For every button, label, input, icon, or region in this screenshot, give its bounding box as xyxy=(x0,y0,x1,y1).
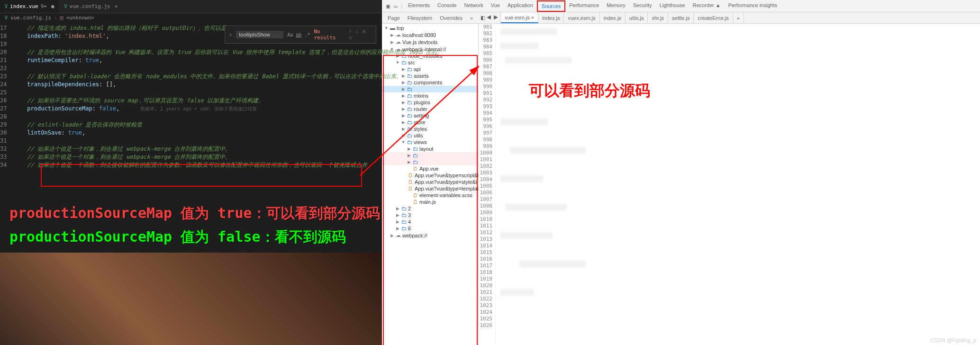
inspect-icon[interactable]: ▣ xyxy=(385,3,391,9)
breadcrumb-symbol[interactable]: <unknown> xyxy=(66,15,94,21)
source-file-tab[interactable]: vuex.esm.js xyxy=(564,12,599,23)
source-file-tab[interactable]: vue.esm.js × xyxy=(501,12,538,23)
search-options[interactable]: Aa ab .* xyxy=(287,32,310,37)
source-file-tabs: ◧ ⯇ ⯈ vue.esm.js ×index.jsvuex.esm.jsind… xyxy=(479,12,980,24)
tree-item[interactable]: ▶🗀assets xyxy=(382,73,478,79)
line-gutter: 171819202122232425262728293031323334 xyxy=(0,24,13,169)
search-result-count: No results xyxy=(314,28,345,41)
breadcrumb-file[interactable]: vue.config.js xyxy=(10,15,51,21)
devtools-tab-elements[interactable]: Elements xyxy=(404,0,434,12)
device-icon[interactable]: ▭ xyxy=(392,3,399,9)
devtools-tab-lighthouse[interactable]: Lighthouse xyxy=(656,0,689,12)
tree-item[interactable]: ▼☁webpack-internal:// xyxy=(382,45,478,53)
cube-icon: ◫ xyxy=(60,15,64,21)
tree-item[interactable]: ▶🗀4 xyxy=(382,218,478,225)
tree-item[interactable]: 🗋App.vue?vue&type=style&index=0& xyxy=(382,179,478,185)
source-file-tab[interactable]: index.js xyxy=(538,12,564,23)
search-input[interactable] xyxy=(236,31,283,38)
tree-item[interactable]: ▶🗀node_modules xyxy=(382,53,478,59)
tree-item[interactable]: ▶🗀components xyxy=(382,79,478,86)
tree-item[interactable]: ▶🗀api xyxy=(382,66,478,73)
tree-item[interactable]: ▶🗀3 xyxy=(382,212,478,218)
tree-item[interactable]: 🗋element-variables.scss xyxy=(382,192,478,199)
source-viewer[interactable]: 9819829839849859869879889899909919929939… xyxy=(479,24,980,345)
code-editor[interactable]: 171819202122232425262728293031323334 // … xyxy=(0,22,382,169)
devtools-panel: ▣ ▭ | ElementsConsoleNetworkVueApplicati… xyxy=(382,0,980,345)
tree-item[interactable]: ▶🗀layout xyxy=(382,145,478,152)
devtools-tab-application[interactable]: Application xyxy=(504,0,537,12)
tree-item[interactable]: ▶☁webpack:// xyxy=(382,232,478,239)
tree-item[interactable]: 🗋App.vue xyxy=(382,165,478,172)
devtools-tab-console[interactable]: Console xyxy=(434,0,460,12)
tree-item[interactable]: ▼🗀views xyxy=(382,139,478,145)
source-file-tab[interactable]: index.js xyxy=(600,12,626,23)
source-content: 可以看到部分源码 xyxy=(496,24,980,345)
code-content[interactable]: // 指定生成的 index.html 的输出路径（相对于 outputDir）… xyxy=(13,24,443,169)
tree-item[interactable]: ▶🗀setting xyxy=(382,112,478,119)
tree-item[interactable]: ▶🗀plugins xyxy=(382,99,478,106)
devtools-tab-recorder ▲[interactable]: Recorder ▲ xyxy=(689,0,724,12)
tree-item[interactable]: ▶🗀styles xyxy=(382,126,478,132)
tree-item[interactable]: ▼🗀src xyxy=(382,59,478,66)
source-file-tab[interactable]: createError.js xyxy=(694,12,733,23)
editor-tab[interactable]: Vvue.config.js× xyxy=(60,0,123,13)
tree-item[interactable]: ▶🗀 xyxy=(382,86,478,92)
editor-tab[interactable]: Vindex.vue9+● xyxy=(0,0,60,13)
devtools-tab-network[interactable]: Network xyxy=(460,0,487,12)
source-file-tab[interactable]: utils.js xyxy=(626,12,648,23)
editor-tabs: Vindex.vue9+●Vvue.config.js× xyxy=(0,0,382,13)
tree-item[interactable]: ▶🗀2 xyxy=(382,205,478,212)
breadcrumb: V vue.config.js › ◫ <unknown> xyxy=(0,13,382,22)
sources-subtabs: PageFilesystemOverrides» xyxy=(382,12,479,24)
devtools-tab-security[interactable]: Security xyxy=(629,0,656,12)
vue-icon: V xyxy=(5,15,8,20)
tree-item[interactable]: 🗋App.vue?vue&type=template&id=7b xyxy=(382,185,478,192)
devtools-tab-performance insights[interactable]: Performance insights xyxy=(725,0,781,12)
annotation-false: productionSourceMap 值为 false：看不到源码 xyxy=(9,227,346,247)
find-widget[interactable]: › Aa ab .* No results ↑ ↓ ≡ × xyxy=(225,26,376,44)
tree-item[interactable]: ▶☁localhost:8080 xyxy=(382,31,478,38)
source-line-numbers: 9819829839849859869879889899909919929939… xyxy=(479,24,496,345)
devtools-tab-memory[interactable]: Memory xyxy=(603,0,629,12)
annotation-source-visible: 可以看到部分源码 xyxy=(529,81,650,101)
sources-subtab[interactable]: » xyxy=(467,14,476,22)
watermark: CSDN @Fighting_p xyxy=(930,337,976,343)
tree-item[interactable]: 🗋App.vue?vue&type=script&lang=js& xyxy=(382,172,478,179)
tree-item[interactable]: ▶🗀store xyxy=(382,119,478,126)
chevron-icon: › xyxy=(54,15,57,21)
file-tree[interactable]: ▼▬top▶☁localhost:8080▶☁Vue.js devtools▼☁… xyxy=(382,24,479,345)
devtools-tab-vue[interactable]: Vue xyxy=(487,0,504,12)
tree-item[interactable]: ▶🗀6 xyxy=(382,225,478,232)
tree-item[interactable]: ▶🗀mixins xyxy=(382,92,478,99)
tree-item[interactable]: ▶🗀utils xyxy=(382,132,478,139)
tree-item[interactable]: ▼▬top xyxy=(382,25,478,31)
editor-panel: Vindex.vue9+●Vvue.config.js× V vue.confi… xyxy=(0,0,382,345)
background-image xyxy=(0,253,382,345)
chevron-right-icon[interactable]: › xyxy=(229,31,232,38)
sources-subtab[interactable]: Filesystem xyxy=(405,14,436,22)
tree-item[interactable]: ▶☁Vue.js devtools xyxy=(382,38,478,45)
source-file-tab[interactable]: xhr.js xyxy=(648,12,668,23)
devtools-tab-sources[interactable]: Sources xyxy=(537,0,565,12)
tree-item[interactable]: 🗋main.js xyxy=(382,199,478,205)
devtools-main-tabs: ▣ ▭ | ElementsConsoleNetworkVueApplicati… xyxy=(382,0,980,12)
tree-item[interactable]: ▶🗀 xyxy=(382,159,478,165)
source-file-tab[interactable]: » xyxy=(733,12,744,23)
tree-item[interactable]: ▶🗀router xyxy=(382,106,478,112)
devtools-tab-performance[interactable]: Performance xyxy=(565,0,603,12)
sources-subtab[interactable]: Page xyxy=(385,14,403,22)
search-nav[interactable]: ↑ ↓ ≡ × xyxy=(348,28,372,41)
sources-subtab[interactable]: Overrides xyxy=(437,14,465,22)
source-file-tab[interactable]: settle.js xyxy=(668,12,694,23)
file-tab-nav[interactable]: ◧ ⯇ ⯈ xyxy=(479,12,501,23)
annotation-true: productionSourceMap 值为 true：可以看到部分源码 xyxy=(9,204,380,223)
tree-item[interactable]: ▶🗀 xyxy=(382,152,478,159)
